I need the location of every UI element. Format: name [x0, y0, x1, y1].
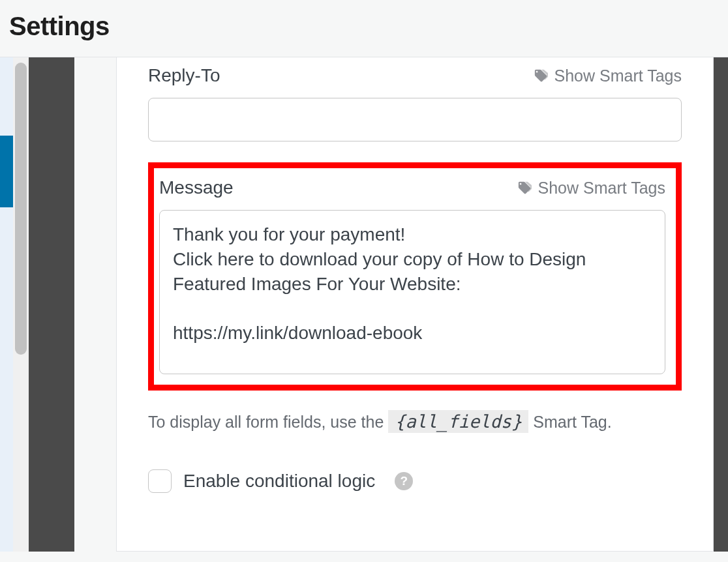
reply-to-section: Reply-To Show Smart Tags	[148, 65, 682, 141]
hint-text: To display all form fields, use the {all…	[148, 407, 682, 436]
hint-suffix: Smart Tag.	[528, 413, 611, 431]
message-label: Message	[159, 177, 234, 198]
help-icon[interactable]: ?	[395, 472, 413, 490]
tags-icon	[534, 68, 548, 83]
conditional-logic-label: Enable conditional logic	[183, 471, 375, 492]
right-rail	[714, 57, 728, 552]
message-textarea[interactable]: Thank you for your payment! Click here t…	[159, 210, 665, 374]
message-highlighted-section: Message Show Smart Tags Thank you for yo…	[148, 162, 682, 391]
message-smart-tags-text: Show Smart Tags	[538, 179, 665, 198]
reply-to-smart-tags-link[interactable]: Show Smart Tags	[534, 67, 682, 85]
content-panel: Reply-To Show Smart Tags Message	[116, 57, 714, 552]
scrollbar-thumb[interactable]	[15, 63, 27, 355]
scrollbar-track[interactable]	[13, 57, 29, 552]
tags-icon	[517, 181, 532, 195]
conditional-logic-row: Enable conditional logic ?	[148, 469, 682, 493]
conditional-logic-checkbox[interactable]	[148, 469, 172, 493]
reply-to-input[interactable]	[148, 98, 682, 141]
spacer	[74, 57, 116, 552]
reply-to-label: Reply-To	[148, 65, 220, 86]
message-smart-tags-link[interactable]: Show Smart Tags	[517, 179, 665, 198]
reply-to-smart-tags-text: Show Smart Tags	[554, 67, 682, 85]
dark-sidebar	[29, 57, 74, 552]
page-header: Settings	[0, 0, 728, 57]
reply-to-header: Reply-To Show Smart Tags	[148, 65, 682, 86]
main-layout: Reply-To Show Smart Tags Message	[0, 57, 728, 552]
hint-code-tag: {all_fields}	[388, 410, 528, 433]
left-rail	[0, 57, 13, 552]
message-header: Message Show Smart Tags	[159, 177, 665, 198]
hint-prefix: To display all form fields, use the	[148, 413, 388, 431]
page-title: Settings	[9, 12, 719, 41]
